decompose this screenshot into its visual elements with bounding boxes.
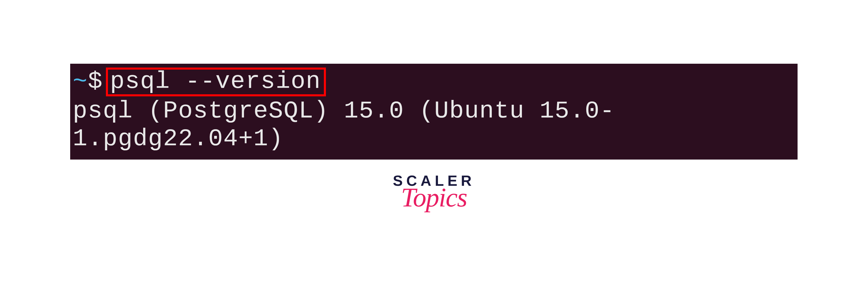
prompt-dollar: $	[88, 68, 103, 96]
logo-topics-text: Topics	[393, 187, 475, 208]
scaler-topics-logo: SCALER Topics	[393, 173, 475, 208]
terminal-window[interactable]: ~ $ psql --version psql (PostgreSQL) 15.…	[70, 64, 798, 159]
command-highlighted: psql --version	[106, 68, 326, 96]
prompt-tilde: ~	[73, 68, 88, 96]
terminal-prompt-line: ~ $ psql --version	[73, 68, 795, 96]
terminal-output: psql (PostgreSQL) 15.0 (Ubuntu 15.0-1.pg…	[73, 97, 795, 153]
